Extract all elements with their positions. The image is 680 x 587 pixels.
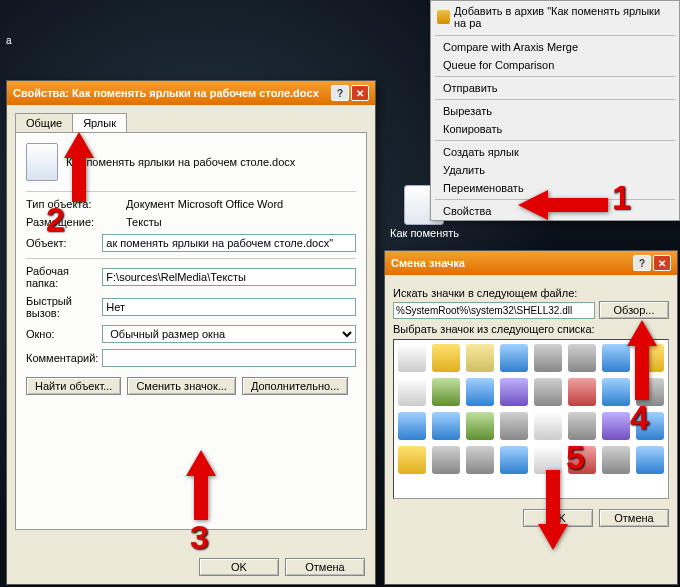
- icon-item[interactable]: [500, 378, 528, 406]
- icon-item[interactable]: [534, 378, 562, 406]
- properties-title: Свойства: Как поменять ярлыки на рабочем…: [13, 87, 319, 99]
- icon-item[interactable]: [432, 344, 460, 372]
- properties-titlebar: Свойства: Как поменять ярлыки на рабочем…: [7, 81, 375, 105]
- ctx-item-queue[interactable]: Queue for Comparison: [431, 56, 679, 74]
- desktop-label: а: [6, 35, 12, 46]
- browse-button[interactable]: Обзор...: [599, 301, 669, 319]
- icon-item[interactable]: [602, 446, 630, 474]
- location-value: Тексты: [126, 216, 356, 228]
- hotkey-input[interactable]: [102, 298, 356, 316]
- icon-item[interactable]: [398, 446, 426, 474]
- icon-item[interactable]: [500, 344, 528, 372]
- type-label: Тип объекта:: [26, 198, 126, 210]
- ctx-item-copy[interactable]: Копировать: [431, 120, 679, 138]
- filename-value: Как поменять ярлыки на рабочем столе.doc…: [66, 156, 295, 168]
- icon-item[interactable]: [602, 344, 630, 372]
- tab-general[interactable]: Общие: [15, 113, 73, 132]
- window-select[interactable]: Обычный размер окна: [102, 325, 356, 343]
- icon-item[interactable]: [432, 412, 460, 440]
- desktop-file-caption: Как поменять: [390, 227, 459, 239]
- icon-item[interactable]: [398, 378, 426, 406]
- icon-item[interactable]: [534, 344, 562, 372]
- icon-titlebar: Смена значка ? ✕: [385, 251, 677, 275]
- hotkey-label: Быстрый вызов:: [26, 295, 102, 319]
- properties-dialog: Свойства: Как поменять ярлыки на рабочем…: [6, 80, 376, 585]
- location-label: Размещение:: [26, 216, 126, 228]
- ctx-item-send[interactable]: Отправить: [431, 79, 679, 97]
- ctx-item-compare[interactable]: Compare with Araxis Merge: [431, 38, 679, 56]
- icon-item[interactable]: [534, 412, 562, 440]
- icon-path-input[interactable]: [393, 302, 595, 319]
- target-input[interactable]: [102, 234, 356, 252]
- ctx-item-rename[interactable]: Переименовать: [431, 179, 679, 197]
- comment-input[interactable]: [102, 349, 356, 367]
- change-icon-button[interactable]: Сменить значок...: [127, 377, 236, 395]
- icon-item[interactable]: [568, 378, 596, 406]
- icon-item[interactable]: [636, 344, 664, 372]
- ctx-item-properties[interactable]: Свойства: [431, 202, 679, 220]
- advanced-button[interactable]: Дополнительно...: [242, 377, 348, 395]
- help-button[interactable]: ?: [331, 85, 349, 101]
- icon-item[interactable]: [398, 412, 426, 440]
- icon-item[interactable]: [466, 344, 494, 372]
- icon-item[interactable]: [500, 412, 528, 440]
- workdir-input[interactable]: [102, 268, 356, 286]
- icon-ok-button[interactable]: OK: [523, 509, 593, 527]
- change-icon-dialog: Смена значка ? ✕ Искать значки в следующ…: [384, 250, 678, 585]
- icon-search-label: Искать значки в следующем файле:: [393, 287, 669, 299]
- icon-list-label: Выбрать значок из следующего списка:: [393, 323, 669, 335]
- close-button[interactable]: ✕: [351, 85, 369, 101]
- icon-item[interactable]: [568, 344, 596, 372]
- props-cancel-button[interactable]: Отмена: [285, 558, 365, 576]
- icon-item[interactable]: [568, 446, 596, 474]
- icon-item[interactable]: [466, 378, 494, 406]
- icon-close-button[interactable]: ✕: [653, 255, 671, 271]
- tab-shortcut[interactable]: Ярлык: [72, 113, 127, 132]
- icon-item[interactable]: [466, 412, 494, 440]
- context-menu: Добавить в архив "Как поменять ярлыки на…: [430, 0, 680, 221]
- icon-item[interactable]: [432, 446, 460, 474]
- workdir-label: Рабочая папка:: [26, 265, 102, 289]
- icon-list[interactable]: [393, 339, 669, 499]
- icon-item[interactable]: [636, 378, 664, 406]
- comment-label: Комментарий:: [26, 352, 102, 364]
- icon-item[interactable]: [636, 412, 664, 440]
- icon-item[interactable]: [602, 412, 630, 440]
- icon-dialog-title: Смена значка: [391, 257, 465, 269]
- context-menu-archive-label: Добавить в архив "Как поменять ярлыки на…: [454, 5, 673, 29]
- ctx-item-cut[interactable]: Вырезать: [431, 102, 679, 120]
- icon-item[interactable]: [500, 446, 528, 474]
- icon-item[interactable]: [432, 378, 460, 406]
- find-target-button[interactable]: Найти объект...: [26, 377, 121, 395]
- icon-item[interactable]: [602, 378, 630, 406]
- icon-item[interactable]: [398, 344, 426, 372]
- props-ok-button[interactable]: OK: [199, 558, 279, 576]
- file-type-icon: [26, 143, 58, 181]
- icon-item[interactable]: [636, 446, 664, 474]
- window-label: Окно:: [26, 328, 102, 340]
- context-menu-archive[interactable]: Добавить в архив "Как поменять ярлыки на…: [431, 1, 679, 33]
- type-value: Документ Microsoft Office Word: [126, 198, 356, 210]
- icon-item[interactable]: [534, 446, 562, 474]
- icon-help-button[interactable]: ?: [633, 255, 651, 271]
- icon-item[interactable]: [466, 446, 494, 474]
- ctx-item-delete[interactable]: Удалить: [431, 161, 679, 179]
- ctx-item-shortcut[interactable]: Создать ярлык: [431, 143, 679, 161]
- target-label: Объект:: [26, 237, 102, 249]
- icon-cancel-button[interactable]: Отмена: [599, 509, 669, 527]
- icon-item[interactable]: [568, 412, 596, 440]
- archive-icon: [437, 10, 450, 24]
